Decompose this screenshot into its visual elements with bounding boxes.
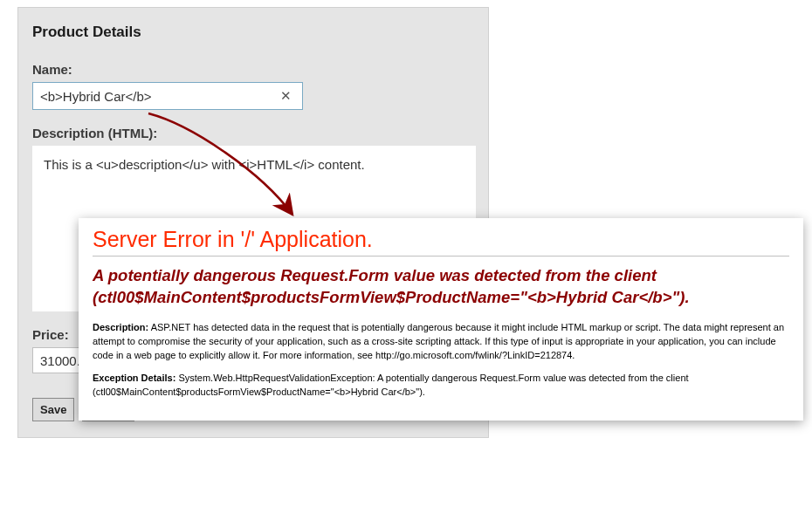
error-divider — [93, 256, 789, 256]
error-description: Description: ASP.NET has detected data i… — [93, 321, 789, 363]
server-error-popup: Server Error in '/' Application. A poten… — [79, 218, 803, 421]
error-exception-details: Exception Details: System.Web.HttpReques… — [93, 372, 789, 400]
description-label: Description (HTML): — [32, 126, 474, 140]
error-title: Server Error in '/' Application. — [93, 227, 789, 252]
clear-icon[interactable]: ✕ — [277, 88, 295, 104]
error-subtitle: A potentially dangerous Request.Form val… — [93, 265, 789, 309]
name-label: Name: — [32, 62, 474, 77]
name-field-row: Name: ✕ — [32, 62, 474, 110]
name-input[interactable] — [40, 89, 277, 104]
save-button[interactable]: Save — [32, 398, 74, 421]
card-heading: Product Details — [32, 24, 474, 41]
name-input-wrapper[interactable]: ✕ — [32, 82, 303, 110]
